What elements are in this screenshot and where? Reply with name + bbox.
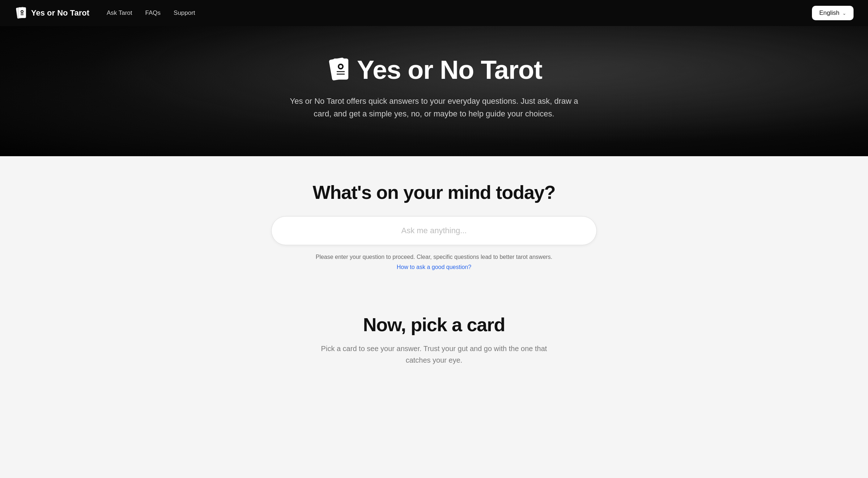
input-hint-text: Please enter your question to proceed. C… (7, 252, 861, 262)
good-question-link[interactable]: How to ask a good question? (397, 264, 471, 270)
nav-faqs[interactable]: FAQs (145, 9, 161, 17)
brand-name: Yes or No Tarot (31, 8, 89, 18)
hero-section: Yes or No Tarot Yes or No Tarot offers q… (0, 26, 868, 156)
hero-icon (326, 57, 351, 82)
brand-logo[interactable]: Yes or No Tarot (14, 7, 89, 20)
question-section: What's on your mind today? Please enter … (0, 156, 868, 292)
svg-point-3 (21, 11, 23, 12)
nav-support[interactable]: Support (174, 9, 195, 17)
question-section-title: What's on your mind today? (7, 182, 861, 203)
pick-card-title: Now, pick a card (7, 314, 861, 336)
nav-links: Ask Tarot FAQs Support (107, 9, 812, 17)
question-input-wrapper (271, 216, 597, 245)
navbar: Yes or No Tarot Ask Tarot FAQs Support E… (0, 0, 868, 26)
hero-title-text: Yes or No Tarot (357, 55, 542, 85)
svg-point-9 (339, 65, 342, 68)
language-label: English (819, 9, 839, 17)
hero-description: Yes or No Tarot offers quick answers to … (289, 95, 579, 120)
language-selector-button[interactable]: English ⌄ (812, 6, 854, 20)
chevron-down-icon: ⌄ (842, 10, 846, 16)
nav-ask-tarot[interactable]: Ask Tarot (107, 9, 132, 17)
hero-title: Yes or No Tarot (7, 55, 861, 85)
question-input[interactable] (272, 217, 596, 245)
brand-icon (14, 7, 27, 20)
pick-card-description: Pick a card to see your answer. Trust yo… (311, 343, 557, 366)
pick-card-section: Now, pick a card Pick a card to see your… (0, 292, 868, 380)
